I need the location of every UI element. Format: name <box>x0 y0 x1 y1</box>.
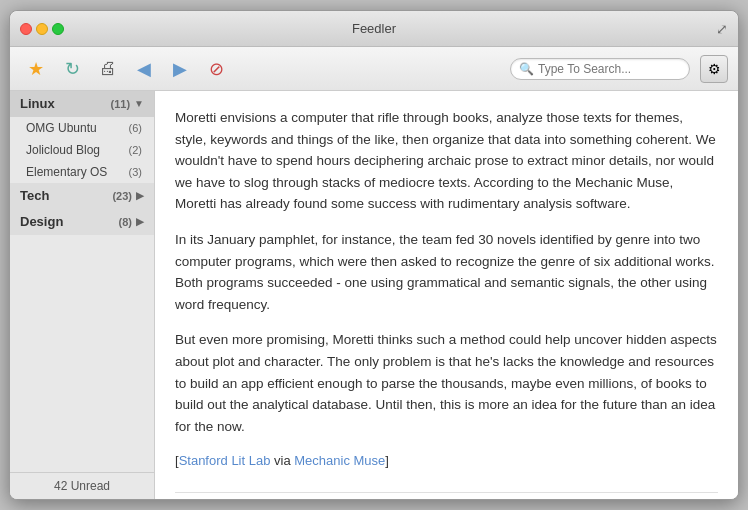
stanford-link[interactable]: Stanford Lit Lab <box>179 453 271 468</box>
sidebar-item-count: (6) <box>129 122 142 134</box>
gear-icon: ⚙ <box>708 61 721 77</box>
sidebar-group-tech[interactable]: Tech (23) ▶ <box>10 183 154 209</box>
back-button[interactable]: ◀ <box>128 53 160 85</box>
back-icon: ◀ <box>137 58 151 80</box>
sidebar-group-linux-label: Linux <box>20 96 111 111</box>
article-body: Moretti envisions a computer that rifle … <box>175 107 718 472</box>
sidebar-group-linux[interactable]: Linux (11) ▼ <box>10 91 154 117</box>
settings-button[interactable]: ⚙ <box>700 55 728 83</box>
sidebar-group-design-label: Design <box>20 214 119 229</box>
chevron-right-icon: ▶ <box>136 190 144 201</box>
sidebar-item-count: (2) <box>129 144 142 156</box>
minimize-button[interactable] <box>36 23 48 35</box>
maximize-button[interactable] <box>52 23 64 35</box>
sidebar: Linux (11) ▼ OMG Ubuntu (6) Jolicloud Bl… <box>10 91 155 499</box>
window-title: Feedler <box>352 21 396 36</box>
article-paragraph-2: In its January pamphlet, for instance, t… <box>175 229 718 315</box>
forward-icon: ▶ <box>173 58 187 80</box>
search-icon: 🔍 <box>519 62 534 76</box>
article-paragraph-1: Moretti envisions a computer that rifle … <box>175 107 718 215</box>
star-icon: ★ <box>28 58 44 80</box>
search-box: 🔍 <box>510 58 690 80</box>
mechanic-link[interactable]: Mechanic Muse <box>294 453 385 468</box>
sidebar-group-tech-label: Tech <box>20 188 112 203</box>
sidebar-item-count: (3) <box>129 166 142 178</box>
sidebar-item-omgubuntu[interactable]: OMG Ubuntu (6) <box>10 117 154 139</box>
app-window: Feedler ⤢ ★ ↻ 🖨 ◀ ▶ ⊘ 🔍 ⚙ <box>9 10 739 500</box>
sidebar-item-label: Jolicloud Blog <box>26 143 129 157</box>
sidebar-item-elementaryos[interactable]: Elementary OS (3) <box>10 161 154 183</box>
toolbar: ★ ↻ 🖨 ◀ ▶ ⊘ 🔍 ⚙ <box>10 47 738 91</box>
sidebar-group-design-count: (8) <box>119 216 132 228</box>
unread-count: 42 Unread <box>10 472 154 499</box>
titlebar: Feedler ⤢ <box>10 11 738 47</box>
fullscreen-button[interactable]: ⤢ <box>716 21 728 37</box>
article-divider <box>175 492 718 493</box>
stop-icon: ⊘ <box>209 58 224 80</box>
refresh-icon: ↻ <box>65 58 80 80</box>
chevron-down-icon: ▼ <box>134 98 144 109</box>
sidebar-item-label: Elementary OS <box>26 165 129 179</box>
refresh-button[interactable]: ↻ <box>56 53 88 85</box>
sidebar-group-tech-count: (23) <box>112 190 132 202</box>
sidebar-item-jolicloud[interactable]: Jolicloud Blog (2) <box>10 139 154 161</box>
forward-button[interactable]: ▶ <box>164 53 196 85</box>
print-icon: 🖨 <box>99 58 117 79</box>
print-button[interactable]: 🖨 <box>92 53 124 85</box>
sidebar-item-label: OMG Ubuntu <box>26 121 129 135</box>
article-links: [Stanford Lit Lab via Mechanic Muse] <box>175 451 718 472</box>
article-pane[interactable]: Moretti envisions a computer that rifle … <box>155 91 738 499</box>
stop-button[interactable]: ⊘ <box>200 53 232 85</box>
close-button[interactable] <box>20 23 32 35</box>
star-button[interactable]: ★ <box>20 53 52 85</box>
main-content: Linux (11) ▼ OMG Ubuntu (6) Jolicloud Bl… <box>10 91 738 499</box>
window-controls <box>20 23 64 35</box>
search-input[interactable] <box>538 62 681 76</box>
sidebar-group-linux-count: (11) <box>111 98 131 110</box>
sidebar-group-design[interactable]: Design (8) ▶ <box>10 209 154 235</box>
article-paragraph-3: But even more promising, Moretti thinks … <box>175 329 718 437</box>
chevron-right-icon: ▶ <box>136 216 144 227</box>
